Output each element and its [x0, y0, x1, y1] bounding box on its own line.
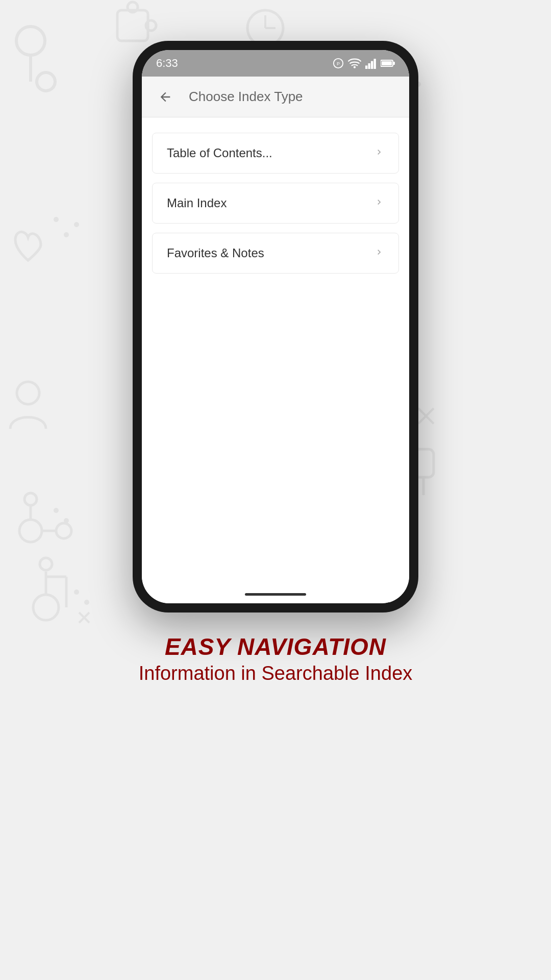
svg-rect-48 — [368, 63, 370, 69]
list-item-favorites[interactable]: Favorites & Notes — [152, 233, 399, 274]
svg-point-35 — [33, 595, 59, 620]
svg-point-18 — [17, 382, 39, 404]
svg-rect-3 — [117, 10, 148, 41]
phone-frame: 6:33 P — [133, 41, 418, 612]
svg-line-43 — [79, 612, 89, 623]
bottom-title: EASY NAVIGATION — [139, 633, 413, 660]
favorites-chevron-icon — [374, 247, 384, 259]
signal-icon — [365, 58, 377, 69]
svg-point-12 — [64, 232, 69, 237]
wifi-icon — [348, 58, 361, 69]
list-item-main-index[interactable]: Main Index — [152, 183, 399, 224]
svg-line-42 — [79, 612, 89, 623]
app-icon: P — [333, 58, 344, 69]
svg-point-29 — [24, 493, 37, 505]
back-button[interactable] — [154, 86, 177, 108]
svg-line-24 — [418, 408, 434, 424]
toc-chevron-icon — [374, 147, 384, 159]
svg-text:P: P — [337, 61, 340, 66]
status-bar: 6:33 P — [142, 50, 409, 77]
list-item-toc[interactable]: Table of Contents... — [152, 133, 399, 174]
svg-point-25 — [19, 520, 42, 542]
svg-rect-49 — [371, 61, 373, 69]
svg-point-13 — [74, 222, 79, 227]
svg-point-4 — [128, 2, 138, 12]
svg-point-30 — [54, 508, 59, 513]
svg-rect-53 — [382, 61, 392, 65]
status-icons: P — [333, 58, 395, 69]
svg-point-46 — [354, 66, 356, 68]
svg-point-40 — [74, 590, 79, 595]
content-area: Table of Contents... Main Index Favorite… — [142, 117, 409, 585]
page-title: Choose Index Type — [189, 89, 303, 105]
svg-point-41 — [84, 600, 89, 605]
svg-rect-50 — [374, 59, 376, 69]
svg-point-5 — [146, 20, 156, 31]
home-indicator — [142, 585, 409, 603]
svg-rect-52 — [393, 62, 395, 65]
main-index-chevron-icon — [374, 197, 384, 209]
svg-point-2 — [37, 72, 55, 91]
svg-point-31 — [64, 518, 69, 523]
svg-rect-47 — [365, 65, 367, 69]
svg-point-39 — [40, 558, 52, 570]
app-bar: Choose Index Type — [142, 77, 409, 117]
phone-screen: 6:33 P — [142, 50, 409, 603]
svg-point-27 — [56, 523, 71, 538]
bottom-text-area: EASY NAVIGATION Information in Searchabl… — [108, 633, 443, 684]
svg-point-11 — [54, 217, 59, 222]
bottom-subtitle: Information in Searchable Index — [139, 663, 413, 684]
list-item-main-index-label: Main Index — [167, 196, 227, 210]
list-item-favorites-label: Favorites & Notes — [167, 246, 264, 260]
status-time: 6:33 — [156, 57, 178, 70]
battery-icon — [381, 58, 395, 68]
list-item-toc-label: Table of Contents... — [167, 146, 272, 160]
svg-point-0 — [16, 27, 45, 55]
svg-line-23 — [418, 408, 434, 424]
home-bar — [245, 593, 306, 596]
